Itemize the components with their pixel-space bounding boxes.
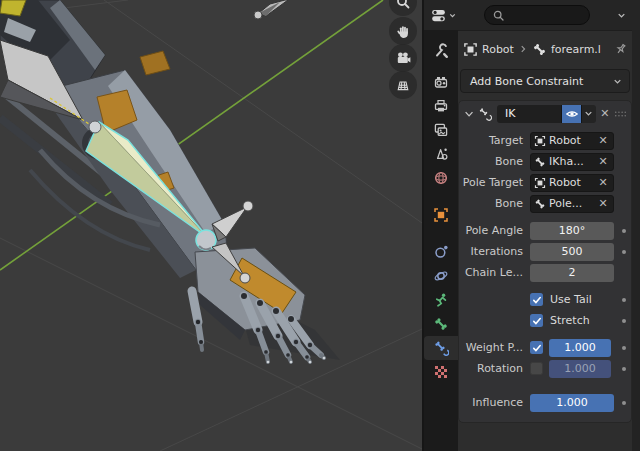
tab-render[interactable]	[424, 70, 458, 94]
animate-dot[interactable]	[622, 346, 626, 350]
tab-object-data[interactable]	[424, 288, 458, 312]
pin-icon[interactable]	[614, 42, 628, 56]
constraint-type-icon	[478, 106, 492, 122]
iterations-label: Iterations	[459, 245, 530, 258]
physics-icon	[433, 244, 449, 260]
armature-object-icon	[463, 42, 478, 57]
object-icon	[433, 207, 449, 223]
tab-constraints[interactable]	[424, 264, 458, 288]
influence-label: Influence	[459, 396, 530, 409]
target-row: Target Robot ✕	[459, 130, 631, 151]
check-icon	[532, 316, 542, 326]
render-camera-icon	[433, 74, 449, 90]
armature-object-icon	[534, 177, 546, 189]
rotation-slider[interactable]: 1.000	[549, 360, 611, 378]
viewport-grid-button[interactable]	[389, 71, 417, 99]
constraint-extras-dropdown[interactable]	[581, 105, 596, 123]
animate-dot[interactable]	[622, 298, 626, 302]
pole-angle-row: Pole Angle 180°	[459, 220, 631, 241]
tab-scene[interactable]	[424, 142, 458, 166]
add-bone-constraint-button[interactable]: Add Bone Constraint	[460, 69, 630, 93]
scrollbar[interactable]	[632, 30, 640, 451]
search-icon	[492, 9, 505, 22]
stretch-label: Stretch	[550, 314, 590, 327]
chevron-down-icon	[612, 76, 623, 87]
iterations-input[interactable]: 500	[530, 243, 614, 261]
constraint-visibility-toggle[interactable]	[561, 105, 581, 123]
rotation-row: Rotation 1.000	[459, 358, 631, 379]
chevron-right-icon	[518, 44, 528, 54]
pole-bone-label: Bone	[459, 197, 530, 210]
stretch-row: Stretch	[459, 310, 631, 331]
properties-header	[424, 0, 640, 31]
animate-dot[interactable]	[622, 401, 626, 405]
iterations-row: Iterations 500	[459, 241, 631, 262]
scene-icon	[433, 146, 449, 162]
clear-target-button[interactable]: ✕	[596, 134, 610, 147]
target-label: Target	[459, 134, 530, 147]
breadcrumb-object[interactable]: Robot	[482, 43, 514, 56]
target-field[interactable]: Robot ✕	[530, 132, 614, 150]
target-bone-label: Bone	[459, 155, 530, 168]
collapse-chevron-icon[interactable]	[463, 107, 475, 121]
add-bone-constraint-label: Add Bone Constraint	[470, 75, 583, 88]
weight-position-row: Weight P... 1.000	[459, 337, 631, 358]
drag-handle-icon[interactable]	[614, 109, 626, 119]
pole-target-field[interactable]: Robot ✕	[530, 174, 614, 192]
breadcrumb: Robot forearm.l	[458, 39, 632, 59]
viewport-pan-button[interactable]	[389, 17, 417, 45]
eye-icon	[565, 107, 579, 121]
tab-bone-constraint[interactable]	[424, 336, 458, 360]
tab-world[interactable]	[424, 166, 458, 190]
tab-texture[interactable]	[424, 360, 458, 384]
armature-data-icon	[433, 292, 449, 308]
breadcrumb-bone[interactable]: forearm.l	[551, 43, 601, 56]
search-input[interactable]	[484, 5, 590, 25]
animate-dot[interactable]	[622, 250, 626, 254]
texture-checker-icon	[433, 364, 449, 380]
rotation-label: Rotation	[459, 362, 530, 375]
clear-target-bone-button[interactable]: ✕	[596, 155, 610, 168]
tool-icon	[433, 43, 449, 59]
rotation-checkbox[interactable]	[530, 362, 543, 375]
tab-view-layer[interactable]	[424, 118, 458, 142]
viewport-3d[interactable]	[0, 0, 422, 451]
constraint-delete-button[interactable]: ✕	[599, 107, 611, 120]
properties-tabs	[424, 30, 458, 451]
check-icon	[532, 343, 542, 353]
bone-icon	[433, 316, 449, 332]
filter-dropdown-button[interactable]	[610, 5, 632, 25]
constraint-name-field[interactable]: IK	[497, 105, 561, 123]
chain-length-input[interactable]: 2	[530, 264, 614, 282]
weight-position-checkbox[interactable]	[530, 341, 543, 354]
target-bone-field[interactable]: IKha... ✕	[530, 153, 614, 171]
bone-constraint-icon	[433, 340, 449, 356]
tab-object[interactable]	[424, 203, 458, 227]
tab-bone[interactable]	[424, 312, 458, 336]
pole-angle-input[interactable]: 180°	[530, 222, 614, 240]
clear-pole-bone-button[interactable]: ✕	[596, 197, 610, 210]
weight-position-slider[interactable]: 1.000	[549, 339, 611, 357]
clear-pole-target-button[interactable]: ✕	[596, 176, 610, 189]
use-tail-checkbox[interactable]	[530, 293, 543, 306]
animate-dot[interactable]	[622, 367, 626, 371]
animate-dot[interactable]	[622, 319, 626, 323]
stretch-checkbox[interactable]	[530, 314, 543, 327]
use-tail-label: Use Tail	[550, 293, 592, 306]
viewport-camera-button[interactable]	[389, 44, 417, 72]
target-bone-value: IKha...	[549, 155, 593, 168]
grid-icon	[395, 77, 411, 93]
editor-type-button[interactable]	[430, 4, 464, 26]
target-bone-row: Bone IKha... ✕	[459, 151, 631, 172]
pole-target-value: Robot	[549, 176, 593, 189]
tab-tool[interactable]	[424, 39, 458, 63]
printer-icon	[433, 98, 449, 114]
tab-output[interactable]	[424, 94, 458, 118]
influence-slider[interactable]: 1.000	[530, 394, 614, 412]
bone-icon	[534, 198, 546, 210]
pole-bone-row: Bone Pole... ✕	[459, 193, 631, 214]
animate-dot[interactable]	[622, 229, 626, 233]
bone-icon	[532, 42, 547, 57]
pole-bone-field[interactable]: Pole... ✕	[530, 195, 614, 213]
tab-physics[interactable]	[424, 240, 458, 264]
